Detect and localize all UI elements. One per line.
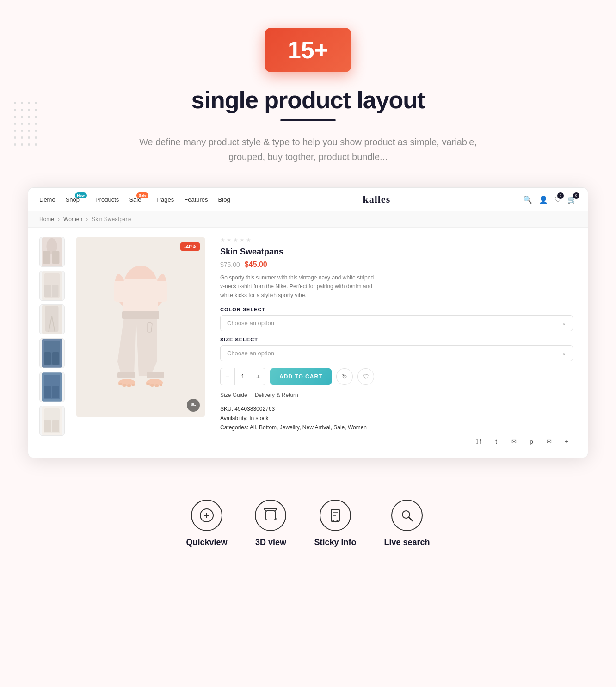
more-icon[interactable]: +	[560, 435, 573, 448]
product-description: Go sporty this summer with this vintage …	[220, 273, 377, 300]
svg-line-60	[409, 517, 413, 521]
breadcrumb-category[interactable]: Women	[63, 216, 82, 223]
breadcrumb-sep-1: ›	[58, 216, 60, 223]
star-3: ★	[233, 237, 238, 243]
svg-rect-30	[123, 279, 158, 316]
thumb-2[interactable]	[39, 271, 65, 301]
livesearch-icon	[391, 500, 423, 531]
size-select[interactable]: Choose an option ⌄	[220, 345, 573, 361]
3dview-icon	[255, 500, 286, 531]
hero-section: 15+ single product layout We define many…	[0, 0, 616, 178]
svg-rect-20	[44, 386, 51, 398]
wishlist-icon[interactable]: ♡ 0	[554, 195, 561, 204]
main-product-image: -40%	[76, 237, 205, 417]
thumb-3[interactable]	[39, 304, 65, 334]
qty-value: 1	[234, 368, 251, 385]
twitter-icon[interactable]: t	[490, 435, 503, 448]
svg-rect-31	[114, 281, 125, 302]
svg-rect-24	[44, 420, 51, 432]
svg-rect-55	[331, 509, 339, 521]
livesearch-label: Live search	[384, 538, 430, 547]
availability-value: In stock	[249, 415, 268, 421]
nav-right: 🔍 👤 ♡ 0 🛒 0	[523, 195, 577, 204]
nav-sale[interactable]: Sale Sale	[129, 196, 141, 203]
svg-rect-32	[156, 281, 167, 302]
size-select-value: Choose an option	[227, 350, 274, 357]
feature-sticky: Sticky Info	[314, 500, 356, 547]
categories-label: Categories:	[220, 424, 248, 431]
product-area: -40%	[28, 228, 588, 458]
pinterest-icon[interactable]: p	[525, 435, 538, 448]
nav-logo: kalles	[363, 193, 390, 205]
hero-description: We define many product style & type to h…	[135, 135, 481, 164]
hero-title: single product layout	[9, 86, 607, 114]
color-select[interactable]: Choose an option ⌄	[220, 315, 573, 331]
breadcrumb-sep-2: ›	[86, 216, 88, 223]
account-icon[interactable]: 👤	[539, 195, 548, 204]
wishlist-count: 0	[557, 192, 564, 199]
facebook-icon[interactable]:  f	[472, 435, 485, 448]
qty-increase[interactable]: +	[251, 368, 265, 385]
search-icon[interactable]: 🔍	[523, 195, 532, 204]
nav-pages[interactable]: Pages	[157, 196, 174, 203]
breadcrumb-home[interactable]: Home	[39, 216, 54, 223]
nav-shop[interactable]: Shop New	[66, 196, 80, 203]
info-links: Size Guide Delivery & Return	[220, 392, 573, 399]
price-sale: $45.00	[245, 260, 267, 269]
sku-row: SKU: 4540383002763	[220, 406, 573, 412]
price-original: $75.00	[220, 261, 240, 268]
email-icon[interactable]: ✉	[507, 435, 520, 448]
thumb-5[interactable]	[39, 372, 65, 402]
svg-point-38	[118, 383, 122, 385]
add-to-cart-button[interactable]: ADD TO CART	[270, 368, 332, 385]
browser-mockup: Demo Shop New Products Sale Sale Pages F…	[28, 187, 588, 458]
svg-point-45	[160, 384, 162, 386]
svg-rect-35	[147, 372, 164, 378]
availability-row: Availability: In stock	[220, 415, 573, 421]
svg-rect-9	[45, 306, 59, 332]
product-illustration	[76, 237, 205, 417]
svg-rect-16	[44, 352, 51, 365]
refresh-button[interactable]: ↻	[336, 368, 353, 385]
nav-products[interactable]: Products	[95, 196, 119, 203]
categories-row: Categories: All, Bottom, Jewellry, New A…	[220, 424, 573, 431]
categories-value[interactable]: All, Bottom, Jewellry, New Arrival, Sale…	[250, 424, 367, 431]
dots-decoration	[14, 102, 37, 150]
svg-point-42	[146, 383, 150, 385]
page-wrapper: 15+ single product layout We define many…	[0, 0, 616, 570]
cart-row: − 1 + ADD TO CART ↻ ♡	[220, 368, 573, 385]
nav-bar: Demo Shop New Products Sale Sale Pages F…	[28, 188, 588, 211]
product-info: ★ ★ ★ ★ ★ Skin Sweatpans $75.00 $45.00 G…	[216, 237, 577, 448]
nav-blog[interactable]: Blog	[218, 196, 230, 203]
feature-quickview: Quickview	[186, 500, 227, 547]
thumb-6[interactable]	[39, 406, 65, 436]
svg-point-44	[155, 384, 159, 387]
feature-livesearch: Live search	[384, 500, 430, 547]
cart-icon[interactable]: 🛒 0	[567, 195, 577, 204]
quickview-icon	[191, 500, 222, 531]
sticky-label: Sticky Info	[314, 538, 356, 547]
expand-button[interactable]: ⥱	[187, 399, 200, 412]
nav-features[interactable]: Features	[184, 196, 208, 203]
title-divider	[280, 119, 336, 121]
svg-point-39	[123, 384, 126, 387]
svg-rect-25	[52, 420, 59, 432]
thumbnail-list	[39, 237, 65, 448]
breadcrumb-current: Skin Sweatpans	[92, 216, 131, 223]
feature-3dview: 3D view	[255, 500, 286, 547]
thumb-1[interactable]	[39, 237, 65, 267]
sku-label: SKU:	[220, 406, 233, 412]
nav-left: Demo Shop New Products Sale Sale Pages F…	[39, 196, 230, 203]
delivery-link[interactable]: Delivery & Return	[255, 392, 298, 399]
size-guide-link[interactable]: Size Guide	[220, 392, 247, 399]
wishlist-button[interactable]: ♡	[357, 368, 374, 385]
thumb-4[interactable]	[39, 338, 65, 368]
nav-demo[interactable]: Demo	[39, 196, 55, 203]
size-select-arrow: ⌄	[562, 350, 566, 356]
product-title: Skin Sweatpans	[220, 247, 573, 257]
color-select-arrow: ⌄	[562, 320, 566, 326]
qty-decrease[interactable]: −	[221, 368, 234, 385]
quickview-label: Quickview	[186, 538, 227, 547]
svg-rect-7	[52, 285, 58, 297]
messenger-icon[interactable]: ✉	[542, 435, 555, 448]
